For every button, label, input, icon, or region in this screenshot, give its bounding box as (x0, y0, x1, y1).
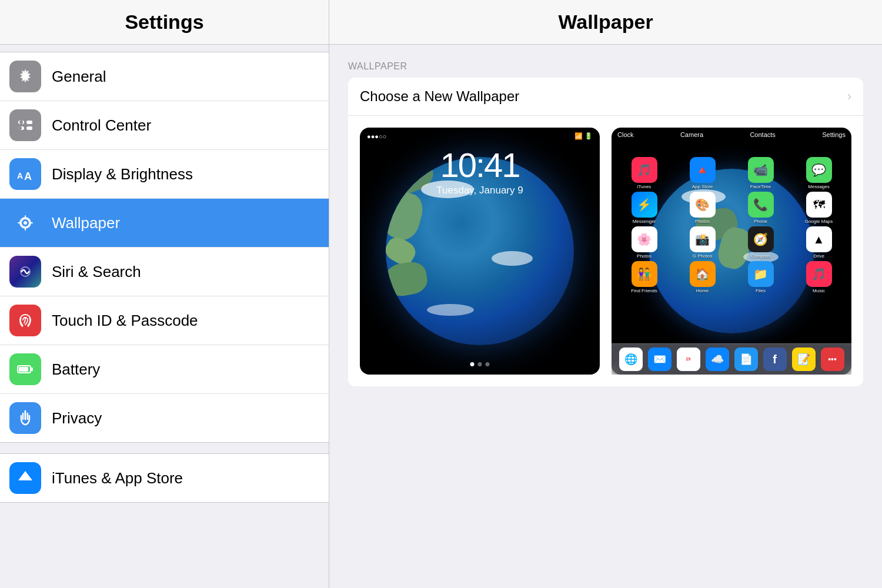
choose-wallpaper-row[interactable]: Choose a New Wallpaper › (348, 78, 863, 116)
gphotos2-app-label: G Photos (693, 253, 712, 259)
app-itunes: 🎵 iTunes (616, 157, 672, 189)
wallpaper-label: Wallpaper (52, 214, 120, 232)
sidebar: Settings General (0, 0, 329, 588)
files-app-label: Files (756, 288, 766, 293)
music-app-label: Music (813, 288, 825, 293)
app-appstore: 🔺 App Store (674, 157, 730, 189)
photos2-app-label: Photos (637, 253, 652, 259)
photos-app-icon: 🌸 (632, 226, 657, 252)
find-app-icon: 👫 (632, 261, 657, 287)
app-googlephotos: 🎨 Photos (674, 192, 730, 224)
svg-point-6 (18, 126, 22, 130)
app-find: 👫 Find Friends (616, 261, 672, 293)
svg-rect-16 (31, 368, 33, 371)
lockscreen-time: 10:41 (360, 145, 600, 185)
lockscreen-date: Tuesday, January 9 (360, 185, 600, 196)
display-label: Display & Brightness (52, 165, 193, 183)
messenger-app-label: Messenger (633, 219, 656, 224)
facetime-app-icon: 📹 (748, 157, 774, 183)
touchid-label: Touch ID & Passcode (52, 312, 198, 330)
gear-icon (9, 61, 41, 92)
svg-point-13 (24, 221, 27, 225)
drive-app-icon: ▲ (806, 226, 832, 252)
files-app-icon: 📁 (748, 261, 774, 287)
dock-notes-icon: 📝 (792, 348, 816, 371)
app-compass: 🧭 Compass (733, 226, 789, 259)
app-phone: 📞 Phone (733, 192, 789, 224)
svg-point-2 (19, 121, 23, 124)
battery-label: Battery (52, 360, 100, 379)
sidebar-item-display[interactable]: A A Display & Brightness (0, 150, 329, 199)
sidebar-title: Settings (0, 11, 329, 34)
phone-app-icon: 📞 (748, 192, 774, 218)
main-title: Wallpaper (348, 11, 863, 34)
siri-label: Siri & Search (52, 263, 141, 281)
choose-wallpaper-label: Choose a New Wallpaper (360, 88, 519, 105)
gphotos2-app-icon: 📸 (690, 226, 716, 252)
sidebar-item-wallpaper[interactable]: Wallpaper (0, 199, 329, 248)
chevron-right-icon: › (847, 89, 851, 104)
itunes-app-icon: 🎵 (632, 157, 657, 183)
sidebar-item-general[interactable]: General (0, 52, 329, 101)
dock-chrome-icon: 🌐 (619, 348, 643, 371)
aa-icon: A A (9, 158, 41, 190)
messages-app-label: Messages (808, 184, 829, 189)
app-maps: 🗺 Google Maps (791, 192, 847, 224)
toggle-icon (9, 109, 41, 141)
find-app-label: Find Friends (631, 288, 657, 293)
facetime-app-label: FaceTime (750, 184, 771, 189)
app-home: 🏠 Home (674, 261, 730, 293)
app-music: 🎵 Music (791, 261, 847, 293)
sidebar-item-battery[interactable]: Battery (0, 345, 329, 394)
svg-text:A: A (17, 171, 23, 181)
app-facetime: 📹 FaceTime (733, 157, 789, 189)
phone-app-label: Phone (754, 219, 767, 224)
main-header: Wallpaper (329, 0, 882, 45)
app-drive: ▲ Drive (791, 226, 847, 259)
battery-icon (9, 353, 41, 385)
homescreen-preview: Clock Camera Contacts Settings 🎵 iTunes (612, 128, 851, 375)
main-panel: Wallpaper WALLPAPER Choose a New Wallpap… (329, 0, 882, 588)
sidebar-item-control-center[interactable]: Control Center (0, 101, 329, 150)
svg-point-8 (29, 126, 32, 130)
googlephotos-app-icon: 🎨 (690, 192, 716, 218)
sidebar-header: Settings (0, 0, 329, 45)
app-photos2: 🌸 Photos (616, 226, 672, 259)
lockscreen-preview: ●●●○○ 📶 🔋 10:41 Tuesday, January 9 (360, 128, 600, 375)
drive-app-label: Drive (813, 253, 824, 259)
compass-app-icon: 🧭 (748, 226, 774, 252)
homescreen-statusbar: Clock Camera Contacts Settings (612, 128, 851, 139)
sidebar-item-siri[interactable]: Siri & Search (0, 248, 329, 296)
sidebar-item-itunes[interactable]: iTunes & App Store (0, 454, 329, 502)
home-app-label: Home (696, 288, 709, 293)
svg-rect-17 (19, 367, 28, 372)
lockscreen-dots (470, 362, 490, 366)
wallpaper-previews: ●●●○○ 📶 🔋 10:41 Tuesday, January 9 (348, 116, 863, 386)
appstore-app-label: App Store (692, 184, 713, 189)
sidebar-item-privacy[interactable]: Privacy (0, 394, 329, 442)
sidebar-group-1: General Control Center (0, 52, 329, 443)
sidebar-group-2: iTunes & App Store (0, 453, 329, 503)
privacy-label: Privacy (52, 409, 102, 427)
wallpaper-card: Choose a New Wallpaper › (348, 78, 863, 386)
homescreen-dock: 🌐 ✉️ 29 ☁️ 📄 f 📝 (612, 343, 851, 375)
dock-weather-icon: ☁️ (706, 348, 729, 371)
sidebar-list: General Control Center (0, 45, 329, 588)
messenger-app-icon: ⚡ (632, 192, 657, 218)
general-label: General (52, 68, 106, 86)
svg-text:A: A (24, 171, 32, 182)
homescreen-apps-row1: 🎵 iTunes 🔺 App Store 📹 FaceTime 💬 (612, 155, 851, 296)
siri-icon (9, 256, 41, 288)
messages-app-icon: 💬 (806, 157, 832, 183)
music-app-icon: 🎵 (806, 261, 832, 287)
compass-app-label: Compass (751, 253, 771, 259)
app-messages: 💬 Messages (791, 157, 847, 189)
lockscreen-info: 10:41 Tuesday, January 9 (360, 145, 600, 196)
home-app-icon: 🏠 (690, 261, 716, 287)
sidebar-item-touchid[interactable]: Touch ID & Passcode (0, 296, 329, 345)
app-gphotos2: 📸 G Photos (674, 226, 730, 259)
app-files: 📁 Files (733, 261, 789, 293)
dock-mail-icon: ✉️ (648, 348, 671, 371)
maps-app-label: Google Maps (805, 219, 833, 224)
itunes-app-label: iTunes (637, 184, 652, 189)
